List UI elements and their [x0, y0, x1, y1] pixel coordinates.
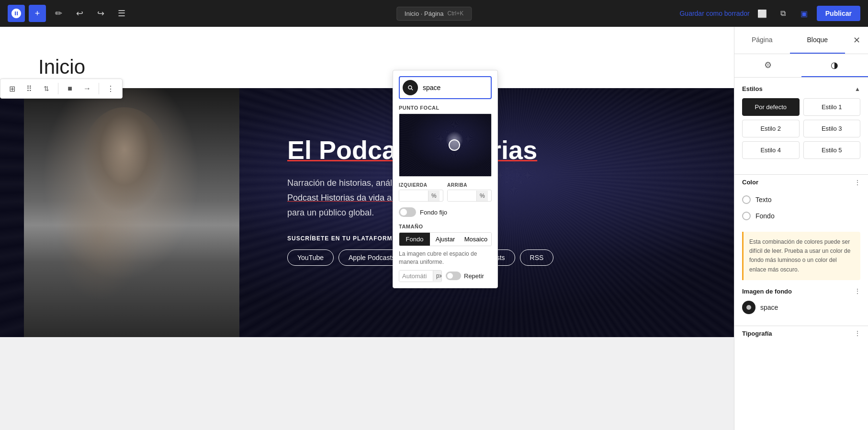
block-editor-view-button[interactable]: ▣ — [796, 5, 813, 22]
move-up-down-button[interactable]: ⇅ — [39, 81, 54, 96]
repeat-row: Repetir — [446, 272, 484, 280]
editor-area: ⊞ ⠿ ⇅ ■ → ⋮ Inicio El Podcast Historias … — [0, 27, 734, 430]
color-fondo-label: Fondo — [755, 212, 775, 220]
subscribe-label: SUSCRÍBETE EN TU PLATAFORMA FAVORITA — [287, 235, 715, 242]
repeat-label: Repetir — [464, 272, 484, 280]
repeat-toggle[interactable] — [446, 272, 461, 280]
bg-image-name: space — [760, 304, 778, 311]
top-coord-label: ARRIBA — [447, 182, 492, 188]
bg-image-header: Imagen de fondo ⋮ — [742, 288, 860, 295]
estilos-title: Estilos — [742, 85, 763, 92]
image-search-input[interactable] — [421, 81, 492, 94]
tools-button[interactable]: ✏ — [50, 5, 67, 22]
left-coord-input[interactable] — [399, 190, 428, 201]
cover-person-image — [24, 88, 239, 337]
wp-logo[interactable] — [8, 5, 25, 22]
align-button[interactable]: ■ — [62, 81, 78, 96]
estilos-collapse-btn[interactable]: ▲ — [855, 86, 860, 92]
page-title[interactable]: Inicio — [38, 56, 696, 79]
main-layout: ⊞ ⠿ ⇅ ■ → ⋮ Inicio El Podcast Historias … — [0, 27, 868, 430]
auto-row: px Repetir — [393, 270, 497, 288]
color-fondo-item: Fondo — [742, 208, 860, 224]
left-unit: % — [428, 191, 440, 201]
style-estilo1-btn[interactable]: Estilo 1 — [803, 98, 861, 116]
align-right-button[interactable]: → — [79, 81, 95, 96]
auto-input-container: px — [399, 270, 442, 282]
tab-bloque[interactable]: Bloque — [790, 27, 845, 54]
left-coord-input-container: % — [399, 190, 443, 202]
estilos-header: Estilos ▲ — [742, 85, 860, 92]
style-grid: Por defecto Estilo 1 Estilo 2 Estilo 3 E… — [742, 98, 860, 159]
page-info-button[interactable]: Inicio · Página Ctrl+K — [396, 7, 472, 21]
add-block-button[interactable]: + — [29, 5, 46, 22]
left-coord-label: IZQUIERDA — [399, 182, 443, 188]
size-description: La imagen cubre el espacio de manera uni… — [393, 250, 497, 270]
save-draft-button[interactable]: Guardar como borrador — [679, 10, 749, 17]
drag-handle-button[interactable]: ⠿ — [22, 81, 37, 96]
typography-title: Tipografía — [742, 330, 772, 337]
undo-button[interactable]: ↩ — [71, 5, 88, 22]
bg-image-more-btn[interactable]: ⋮ — [855, 288, 860, 294]
size-tab-fondo[interactable]: Fondo — [399, 233, 430, 246]
cover-title: El Podcast Historias — [287, 136, 715, 164]
cover-desc-text3: para un público global. — [287, 208, 374, 217]
size-tabs: Fondo Ajustar Mosaico — [399, 232, 492, 246]
responsive-view-button[interactable]: ⧉ — [775, 5, 792, 22]
svg-line-1 — [411, 89, 413, 90]
bg-image-swatch — [742, 301, 755, 314]
panel-divider-2 — [734, 326, 868, 326]
cover-block[interactable]: El Podcast Historias Narración de histor… — [0, 88, 734, 337]
list-view-button[interactable]: ☰ — [113, 5, 130, 22]
focal-point-handle[interactable] — [449, 139, 460, 151]
fondo-fijo-label: Fondo fijo — [420, 209, 447, 216]
warning-text: Esta combinación de colores puede ser di… — [749, 238, 855, 274]
style-por-defecto-btn[interactable]: Por defecto — [742, 98, 800, 116]
auto-size-input[interactable] — [399, 271, 433, 282]
fondo-fijo-row: Fondo fijo — [393, 205, 497, 222]
color-texto-radio[interactable] — [742, 195, 751, 204]
style-estilo2-btn[interactable]: Estilo 2 — [742, 120, 800, 137]
top-bar-center: Inicio · Página Ctrl+K — [396, 7, 472, 21]
estilos-section: Estilos ▲ Por defecto Estilo 1 Estilo 2 … — [734, 78, 868, 170]
search-icon — [403, 80, 418, 95]
style-estilo4-btn[interactable]: Estilo 4 — [742, 141, 800, 159]
tab-pagina[interactable]: Página — [734, 27, 790, 54]
rss-button[interactable]: RSS — [520, 249, 554, 266]
color-section: Color ⋮ Texto Fondo — [734, 179, 868, 232]
redo-button[interactable]: ↪ — [92, 5, 109, 22]
panel-icons-row: ⚙ ◑ — [734, 54, 868, 78]
bg-image-section: Imagen de fondo ⋮ space — [734, 288, 868, 322]
style-estilo5-btn[interactable]: Estilo 5 — [803, 141, 861, 159]
panel-close-button[interactable]: ✕ — [847, 31, 866, 50]
style-estilo3-btn[interactable]: Estilo 3 — [803, 120, 861, 137]
focal-search — [399, 76, 492, 99]
bg-image-item: space — [742, 301, 860, 314]
panel-settings-icon-btn[interactable]: ⚙ — [734, 54, 801, 77]
fondo-fijo-toggle[interactable] — [399, 207, 416, 217]
toolbar-divider — [58, 83, 58, 94]
bg-image-title: Imagen de fondo — [742, 288, 792, 295]
top-coord-input[interactable] — [448, 190, 476, 201]
panel-styles-icon-btn[interactable]: ◑ — [801, 54, 868, 77]
focal-image-container[interactable] — [399, 113, 492, 177]
shortcut-hint: Ctrl+K — [447, 10, 463, 17]
color-texto-label: Texto — [755, 196, 771, 204]
focal-image — [399, 114, 491, 176]
tamano-label: TAMAÑO — [393, 222, 497, 232]
color-fondo-radio[interactable] — [742, 212, 751, 220]
left-coord-group: IZQUIERDA % — [399, 182, 443, 202]
page-info-title: Inicio · Página — [405, 10, 444, 17]
color-texto-item: Texto — [742, 192, 860, 208]
platform-buttons: YouTube Apple Podcasts Spotify Pocket Ca… — [287, 249, 715, 266]
desktop-view-button[interactable]: ⬜ — [754, 5, 771, 22]
top-bar: + ✏ ↩ ↪ ☰ Inicio · Página Ctrl+K Guardar… — [0, 0, 868, 27]
youtube-button[interactable]: YouTube — [287, 249, 334, 266]
block-type-button[interactable]: ⊞ — [4, 81, 20, 96]
publish-button[interactable]: Publicar — [817, 6, 860, 21]
color-more-btn[interactable]: ⋮ — [855, 179, 860, 186]
more-options-button[interactable]: ⋮ — [103, 81, 118, 96]
size-tab-mosaico[interactable]: Mosaico — [461, 233, 491, 246]
typography-more-btn[interactable]: ⋮ — [855, 330, 860, 337]
top-coord-group: ARRIBA % — [447, 182, 492, 202]
size-tab-ajustar[interactable]: Ajustar — [430, 233, 461, 246]
